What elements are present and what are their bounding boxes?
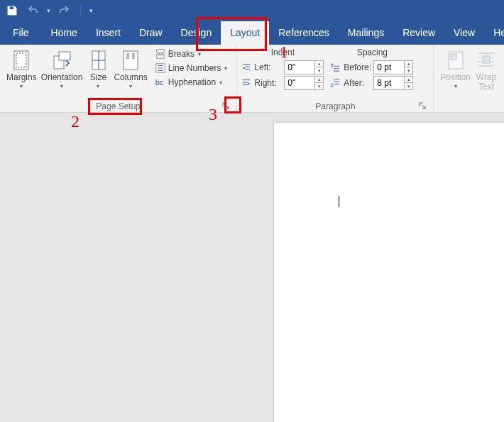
spin-down[interactable]: ▼ — [405, 83, 412, 89]
orientation-button[interactable]: Orientation ▾ — [39, 48, 85, 91]
svg-rect-35 — [483, 56, 490, 63]
indent-right-spinbox[interactable]: ▲▼ — [284, 76, 324, 90]
save-button[interactable] — [4, 3, 20, 18]
margins-button[interactable]: Margins ▾ — [4, 48, 39, 91]
svg-rect-34 — [451, 54, 456, 60]
chevron-down-icon: ▾ — [60, 83, 63, 89]
group-arrange: Position ▾ Wrap Text — [434, 45, 504, 112]
spacing-heading: Spacing — [331, 48, 413, 57]
document-area[interactable] — [0, 113, 504, 422]
tab-review[interactable]: Review — [393, 21, 444, 45]
chevron-down-icon: ▾ — [129, 83, 132, 89]
spin-up[interactable]: ▲ — [405, 77, 412, 83]
spacing-after-label: After: — [344, 78, 371, 88]
chevron-down-icon: ▾ — [97, 83, 99, 89]
spin-up[interactable]: ▲ — [315, 77, 323, 83]
group-title-paragraph: Paragraph — [315, 101, 355, 111]
tab-draw[interactable]: Draw — [130, 21, 172, 45]
spin-up[interactable]: ▲ — [405, 61, 412, 67]
paragraph-launcher[interactable] — [417, 101, 427, 111]
spacing-before-spinbox[interactable]: ▲▼ — [373, 60, 413, 74]
tab-layout[interactable]: Layout — [221, 21, 269, 45]
indent-right-input[interactable] — [285, 77, 314, 89]
spacing-after-icon — [331, 78, 341, 88]
svg-rect-3 — [59, 52, 70, 60]
spacing-after-spinbox[interactable]: ▲▼ — [373, 76, 413, 90]
redo-icon — [57, 4, 70, 17]
tab-help[interactable]: Help — [484, 21, 504, 45]
save-icon — [6, 4, 18, 17]
title-bar: ▾ ▾ — [0, 0, 504, 21]
dialog-launcher-icon — [222, 102, 229, 109]
breaks-icon — [155, 49, 165, 59]
indent-right-icon — [241, 78, 251, 88]
orientation-icon — [50, 49, 73, 72]
spin-down[interactable]: ▼ — [405, 67, 412, 74]
quick-access-toolbar: ▾ ▾ — [4, 3, 93, 18]
tab-file[interactable]: File — [6, 21, 42, 45]
qat-separator — [80, 5, 81, 16]
columns-button[interactable]: Columns ▾ — [111, 48, 149, 91]
spin-down[interactable]: ▼ — [315, 83, 323, 89]
wrap-text-button: Wrap Text — [473, 48, 500, 93]
line-numbers-icon — [155, 63, 165, 73]
ribbon-tabs: File Home Insert Draw Design Layout Refe… — [0, 21, 504, 45]
hyphenation-icon: bc — [155, 78, 165, 87]
ribbon: Margins ▾ Orientation ▾ Size ▾ Columns ▾ — [0, 45, 504, 113]
dialog-launcher-icon — [419, 102, 426, 109]
qat-customize-icon[interactable]: ▾ — [89, 7, 93, 14]
indent-left-input[interactable] — [285, 61, 314, 74]
indent-left-label: Left: — [254, 62, 281, 72]
spacing-before-label: Before: — [344, 62, 371, 72]
size-button[interactable]: Size ▾ — [84, 48, 111, 91]
indent-heading: Indent — [241, 48, 324, 57]
indent-left-spinbox[interactable]: ▲▼ — [284, 60, 324, 74]
undo-icon — [27, 4, 40, 17]
tab-mailings[interactable]: Mailings — [339, 21, 393, 45]
undo-button[interactable] — [26, 3, 41, 18]
tab-home[interactable]: Home — [42, 21, 87, 45]
svg-rect-15 — [157, 55, 165, 58]
group-title-page-setup: Page Setup — [96, 101, 141, 111]
indent-left-icon — [241, 62, 251, 72]
spin-up[interactable]: ▲ — [315, 61, 323, 67]
page-setup-launcher[interactable] — [221, 101, 231, 111]
tab-view[interactable]: View — [444, 21, 484, 45]
line-numbers-button[interactable]: Line Numbers▾ — [153, 62, 231, 74]
spin-down[interactable]: ▼ — [315, 67, 323, 74]
spacing-after-input[interactable] — [374, 77, 404, 89]
wrap-text-icon — [475, 49, 498, 72]
redo-button[interactable] — [56, 3, 72, 18]
size-icon — [87, 49, 109, 72]
columns-icon — [119, 49, 142, 72]
svg-rect-14 — [157, 50, 165, 52]
tab-references[interactable]: References — [269, 21, 339, 45]
svg-rect-7 — [124, 51, 138, 70]
group-page-setup: Margins ▾ Orientation ▾ Size ▾ Columns ▾ — [0, 45, 237, 112]
breaks-button[interactable]: Breaks▾ — [153, 48, 231, 60]
hyphenation-button[interactable]: bc Hyphenation▾ — [153, 76, 231, 89]
tab-design[interactable]: Design — [172, 21, 221, 45]
tab-insert[interactable]: Insert — [87, 21, 130, 45]
chevron-down-icon: ▾ — [20, 83, 23, 89]
margins-icon — [10, 49, 33, 72]
indent-right-label: Right: — [254, 78, 281, 88]
page[interactable] — [274, 123, 504, 422]
position-button: Position ▾ — [438, 48, 473, 93]
position-icon — [444, 49, 467, 72]
chevron-down-icon: ▾ — [454, 83, 457, 89]
undo-dropdown-icon[interactable]: ▾ — [47, 7, 50, 14]
spacing-before-input[interactable] — [374, 61, 404, 74]
group-paragraph: Indent Left: ▲▼ Right: — [237, 45, 434, 112]
spacing-before-icon — [331, 62, 341, 72]
text-cursor — [339, 196, 339, 207]
